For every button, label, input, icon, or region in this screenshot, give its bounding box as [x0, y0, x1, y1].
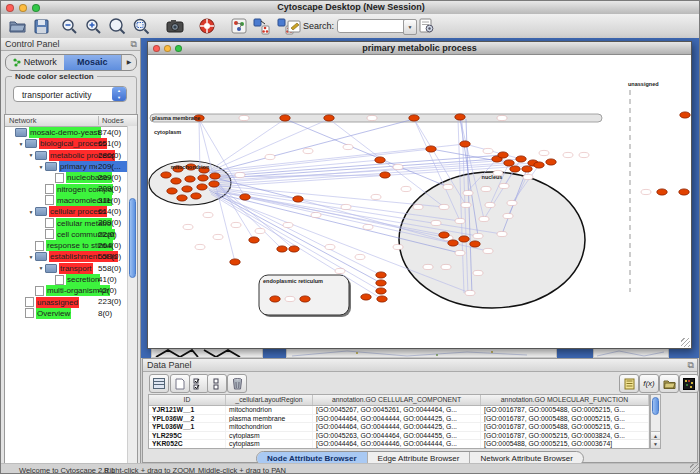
- gene-node: [376, 280, 386, 286]
- gene-label-node: [507, 200, 517, 205]
- network-window-titlebar[interactable]: primary metabolic process: [148, 42, 691, 55]
- table-scrollbar-thumb[interactable]: [652, 397, 659, 415]
- gene-node: [167, 188, 177, 194]
- select-attributes-icon[interactable]: [189, 374, 209, 393]
- float-panel-icon[interactable]: ⧉: [688, 360, 694, 371]
- zoom-in-icon[interactable]: [83, 16, 103, 36]
- zoom-fit-icon[interactable]: [131, 16, 151, 36]
- column-header[interactable]: annotation.GO MOLECULAR_FUNCTION: [481, 395, 649, 405]
- tree-row[interactable]: ▼biological_process651(0): [5, 138, 137, 149]
- data-panel-header[interactable]: Data Panel ⧉: [143, 359, 697, 372]
- tree-col-nodes[interactable]: Nodes: [98, 116, 124, 125]
- control-panel: Control Panel ⧉ Network Mosaic ▶ Node co…: [1, 38, 141, 463]
- resize-grip-icon[interactable]: [681, 338, 690, 347]
- search-input[interactable]: [337, 19, 407, 33]
- dropdown-value: transporter activity: [22, 90, 91, 100]
- tree-row[interactable]: secretion41(0): [5, 274, 137, 285]
- tree-row[interactable]: nitrogen compo209(0): [5, 183, 137, 194]
- tree-scrollbar-thumb[interactable]: [129, 198, 136, 278]
- zoom-selected-icon[interactable]: [107, 16, 127, 36]
- annotation-icon[interactable]: [285, 16, 305, 36]
- column-header[interactable]: annotation.GO CELLULAR_COMPONENT: [313, 395, 481, 405]
- tree-scrollbar[interactable]: [127, 126, 137, 474]
- collapse-arrow-icon[interactable]: ▼: [37, 265, 45, 271]
- tree-row[interactable]: response to stimul264(0): [5, 240, 137, 251]
- column-header[interactable]: _cellularLayoutRegion: [226, 395, 313, 405]
- gene-label-node: [311, 212, 321, 217]
- file-icon: [45, 195, 54, 205]
- tree-row[interactable]: Overview8(0): [5, 308, 137, 319]
- gene-label-node: [483, 248, 493, 253]
- apply-layout-1-icon[interactable]: [251, 16, 271, 36]
- gene-label-node: [335, 268, 345, 273]
- tree-row[interactable]: ▼metabolic process280(0): [5, 150, 137, 161]
- unselect-attributes-icon[interactable]: [207, 374, 227, 393]
- tree-row[interactable]: unassigned223(0): [5, 296, 137, 307]
- gene-node: [380, 172, 390, 178]
- tree-row[interactable]: multi-organism pr42(0): [5, 285, 137, 296]
- collapse-arrow-icon[interactable]: ▼: [27, 152, 35, 158]
- column-header[interactable]: ID: [149, 395, 226, 405]
- tree-row[interactable]: cellular metabo209(0): [5, 217, 137, 228]
- file-icon: [35, 286, 44, 296]
- collapse-arrow-icon[interactable]: ▼: [27, 254, 35, 260]
- delete-attribute-icon[interactable]: [227, 374, 247, 393]
- search-dropdown-icon[interactable]: ▼: [403, 19, 417, 35]
- scroll-down-icon[interactable]: ▼: [651, 439, 660, 448]
- help-icon[interactable]: [197, 16, 217, 36]
- tree-header[interactable]: Network Nodes: [5, 115, 137, 127]
- tree-row[interactable]: ▼cellular process614(0): [5, 206, 137, 217]
- background-window-fragment[interactable]: [151, 348, 263, 358]
- table-row[interactable]: YPL036W__2plasma membrane[GO:0044464, GO…: [149, 415, 649, 424]
- region-label: endoplasmic reticulum: [263, 278, 323, 284]
- tree-row[interactable]: mosaic-demo-yeast874(0): [5, 127, 137, 138]
- app-titlebar[interactable]: Cytoscape Desktop (New Session): [1, 1, 700, 15]
- tree-row[interactable]: ▼transport558(0): [5, 263, 137, 274]
- tree-row[interactable]: ▼establishment of lo558(0): [5, 251, 137, 262]
- save-icon[interactable]: [31, 16, 51, 36]
- gene-label-node: [465, 290, 475, 295]
- collapse-arrow-icon[interactable]: ▼: [37, 164, 45, 170]
- gene-label-node: [523, 174, 533, 179]
- open-icon[interactable]: [8, 16, 28, 36]
- node-count: 614(0): [97, 206, 121, 217]
- network-canvas[interactable]: plasma membranecytoplasmmitochondrionnuc…: [148, 55, 691, 345]
- tree-row[interactable]: macromolecule311(0): [5, 195, 137, 206]
- attribute-batch-icon[interactable]: [619, 374, 639, 393]
- resize-grip-icon[interactable]: [690, 464, 699, 473]
- tree-row[interactable]: cell communicat22(0): [5, 229, 137, 240]
- table-row[interactable]: YKR052Ccytoplasm[GO:0044464, GO:0044446,…: [149, 440, 649, 449]
- search-settings-icon[interactable]: [419, 18, 434, 33]
- table-scrollbar[interactable]: ▲ ▼: [650, 394, 661, 449]
- matrix-view-icon[interactable]: [679, 374, 699, 393]
- gene-node: [680, 112, 690, 118]
- new-attribute-icon[interactable]: [170, 374, 190, 393]
- attribute-table-icon[interactable]: [149, 374, 169, 393]
- collapse-arrow-icon[interactable]: ▼: [17, 141, 25, 147]
- gene-label-node: [641, 189, 651, 194]
- import-attributes-icon[interactable]: [659, 374, 679, 393]
- zoom-out-icon[interactable]: [59, 16, 79, 36]
- collapse-arrow-icon[interactable]: ▼: [27, 209, 35, 215]
- tree-col-network[interactable]: Network: [9, 116, 37, 125]
- tree-row[interactable]: nucleobase-209(0): [5, 172, 137, 183]
- node-color-dropdown[interactable]: transporter activity ▲▼: [13, 86, 127, 102]
- function-builder-icon[interactable]: f(x): [639, 374, 659, 393]
- gene-node: [280, 115, 290, 121]
- table-row[interactable]: YPL036W__1mitochondrion[GO:0044464, GO:0…: [149, 423, 649, 432]
- snapshot-icon[interactable]: [165, 16, 185, 36]
- file-icon: [55, 173, 64, 183]
- table-row[interactable]: YLR295Ccytoplasm[GO:0045263, GO:0044464,…: [149, 432, 649, 441]
- control-panel-header[interactable]: Control Panel ⧉: [1, 38, 140, 51]
- network-view-window: primary metabolic process plasma membran…: [147, 41, 692, 349]
- tab-overflow-arrow[interactable]: ▶: [121, 55, 136, 70]
- table-row[interactable]: YJR121W__1mitochondrion[GO:0045267, GO:0…: [149, 406, 649, 415]
- attribute-table[interactable]: ID_cellularLayoutRegionannotation.GO CEL…: [148, 394, 650, 449]
- background-window-fragment[interactable]: [593, 348, 669, 358]
- float-panel-icon[interactable]: ⧉: [131, 39, 137, 50]
- network-overview-icon[interactable]: [229, 16, 249, 36]
- tree-row[interactable]: ▼primary metabo209(...: [5, 161, 137, 172]
- tab-network[interactable]: Network: [6, 55, 64, 70]
- tab-mosaic[interactable]: Mosaic: [64, 55, 122, 70]
- background-window-fragment[interactable]: [286, 348, 557, 358]
